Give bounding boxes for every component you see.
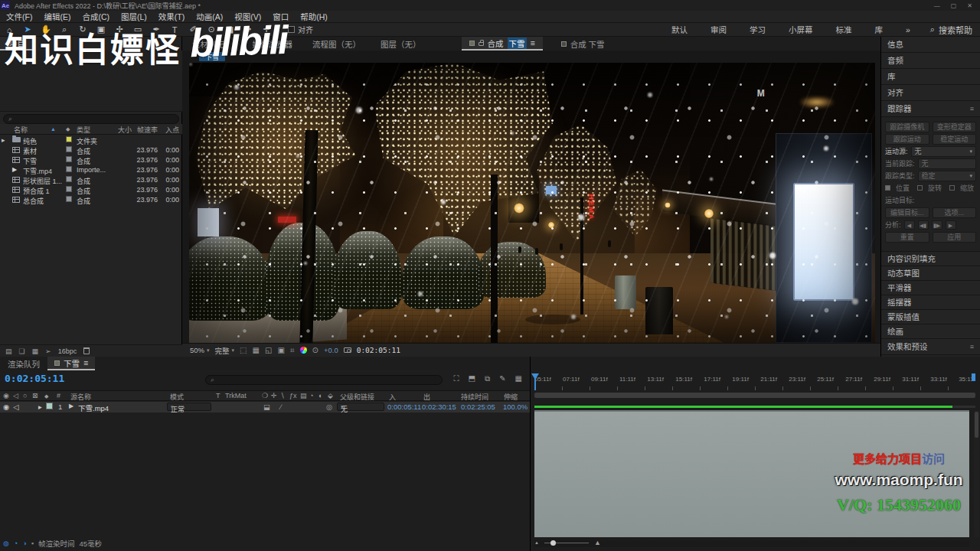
panel-menu-icon[interactable]: ≡ bbox=[531, 38, 535, 47]
clone-stamp-tool-icon[interactable]: ⊙ bbox=[202, 24, 220, 34]
switch-frame-blend-icon[interactable]: ▤ bbox=[300, 392, 307, 399]
time-ruler[interactable]: 05:11f 07:11f 09:11f 11:11f 13:11f 15:11… bbox=[534, 373, 975, 390]
project-row-sucai[interactable]: 素材 合成 23.976 0:00 bbox=[0, 145, 182, 155]
zoom-in-mountain-icon[interactable]: ▲ bbox=[594, 539, 601, 546]
status-icon[interactable]: ◑ bbox=[22, 540, 26, 547]
frame-blend-icon[interactable]: ✎ bbox=[499, 374, 505, 383]
workspace-overflow[interactable]: » bbox=[906, 25, 910, 34]
project-row-shape-layer[interactable]: 形状图层 1... 合成 23.976 0:00 bbox=[0, 175, 182, 185]
panel-wiggler[interactable]: 摇摆器 bbox=[881, 295, 980, 310]
panel-menu-icon[interactable]: ≡ bbox=[83, 358, 88, 367]
mode-column[interactable]: 模式 bbox=[170, 392, 184, 402]
layer-in-value[interactable]: 0:00:05:11 bbox=[387, 403, 421, 411]
label-chip[interactable] bbox=[66, 176, 72, 182]
layer-expander-icon[interactable]: ▸ bbox=[38, 403, 42, 411]
label-chip[interactable] bbox=[66, 186, 72, 192]
composition-viewport[interactable]: HEMA M bbox=[189, 63, 875, 343]
column-name[interactable]: 名称 bbox=[14, 125, 28, 135]
menu-file[interactable]: 文件(F) bbox=[6, 11, 32, 22]
tab-composition-active[interactable]: 合成 下雪 ≡ bbox=[462, 37, 543, 51]
tab-footage[interactable]: 素材（无） bbox=[182, 38, 243, 50]
stabilize-motion-button[interactable]: 稳定运动 bbox=[933, 134, 977, 145]
panel-libraries[interactable]: 库 bbox=[881, 69, 980, 85]
edit-target-button[interactable]: 编辑目标... bbox=[885, 207, 929, 218]
tab-flowchart[interactable]: 流程图（无） bbox=[302, 38, 371, 50]
warp-stabilizer-button[interactable]: 变形稳定器 bbox=[933, 122, 977, 132]
selection-tool-icon[interactable]: ➤ bbox=[18, 24, 37, 34]
orbit-tool-icon[interactable]: ↻ bbox=[74, 24, 92, 34]
home-tool-icon[interactable]: ⌂ bbox=[0, 25, 18, 34]
scrollbar-thumb[interactable] bbox=[975, 412, 978, 438]
eraser-tool-icon[interactable]: ◪ bbox=[220, 24, 239, 34]
new-folder-icon[interactable]: ❏ bbox=[19, 347, 25, 355]
work-area-bar[interactable] bbox=[534, 393, 975, 398]
puppet-tool-icon[interactable]: ✛ bbox=[257, 24, 276, 34]
audio-column-icon[interactable]: ◁ bbox=[13, 392, 18, 399]
workspace-standard[interactable]: 标准 bbox=[835, 24, 851, 35]
menu-composition[interactable]: 合成(C) bbox=[82, 11, 109, 22]
work-area-end-marker[interactable] bbox=[972, 373, 975, 381]
zoom-out-mountain-icon[interactable]: ▲ bbox=[534, 540, 539, 545]
timeline-zoom-slider[interactable]: ▲ ▲ bbox=[534, 539, 601, 546]
project-row-solids[interactable]: ▸ 纯色 文件夹 bbox=[0, 135, 182, 145]
workspace-learn[interactable]: 学习 bbox=[750, 24, 766, 35]
transparency-grid-icon[interactable]: ▣ bbox=[277, 346, 284, 354]
panel-info[interactable]: 信息 bbox=[881, 37, 980, 53]
column-in[interactable]: 入点 bbox=[159, 125, 179, 135]
source-name-column[interactable]: 源名称 bbox=[70, 392, 91, 402]
track-type-dropdown[interactable]: 稳定 ▾ bbox=[918, 171, 976, 181]
options-button[interactable]: 选项... bbox=[933, 207, 977, 218]
workspace-review[interactable]: 审阅 bbox=[710, 24, 727, 35]
panel-menu-icon[interactable]: ≡ bbox=[970, 339, 974, 354]
tab-media-browser[interactable]: 媒体浏览器 bbox=[243, 38, 303, 50]
trash-icon[interactable] bbox=[83, 347, 90, 354]
layer-source-name[interactable]: 下雪.mp4 bbox=[78, 403, 109, 413]
switch-shy-icon[interactable]: ❍ bbox=[262, 392, 268, 399]
out-column[interactable]: 出 bbox=[423, 392, 430, 402]
interpret-footage-icon[interactable]: ▤ bbox=[5, 347, 12, 355]
timeline-layer-row[interactable]: ◉ ◁ ▸ 1 ▶ 下雪.mp4 正常 ▾ ⬓ ∕ ◎ 无 ▾ 0:00:05:… bbox=[0, 402, 530, 412]
region-of-interest-icon[interactable]: ◱ bbox=[265, 346, 272, 354]
maximize-button[interactable]: ▢ bbox=[951, 2, 957, 9]
graph-editor-icon[interactable]: ▦ bbox=[515, 374, 522, 383]
panel-effects-presets[interactable]: 效果和预设 ≡ bbox=[881, 339, 980, 355]
zoom-slider-knob[interactable] bbox=[550, 540, 556, 546]
column-type[interactable]: 类型 bbox=[77, 125, 90, 135]
analyze-one-back-icon[interactable]: ◀▮ bbox=[918, 220, 929, 230]
shape-tool-icon[interactable]: ▭ bbox=[129, 24, 147, 34]
label-chip[interactable] bbox=[66, 166, 72, 172]
analyze-one-forward-icon[interactable]: ▮▶ bbox=[932, 220, 942, 230]
panel-paint[interactable]: 绘画 bbox=[881, 324, 980, 339]
layer-out-value[interactable]: 0:02:30:15 bbox=[422, 403, 456, 411]
pen-tool-icon[interactable]: ✒ bbox=[147, 24, 165, 34]
pick-whip-icon[interactable]: ◎ bbox=[326, 403, 332, 411]
track-camera-button[interactable]: 跟踪摄像机 bbox=[885, 122, 929, 132]
panel-smoother[interactable]: 平滑器 bbox=[881, 281, 980, 295]
timeline-track-area[interactable] bbox=[534, 410, 969, 537]
panel-align[interactable]: 对齐 bbox=[881, 85, 980, 101]
t-column[interactable]: T bbox=[216, 392, 220, 399]
label-chip[interactable] bbox=[66, 146, 72, 152]
menu-help[interactable]: 帮助(H) bbox=[300, 11, 328, 22]
draft-3d-icon[interactable]: ⬒ bbox=[469, 374, 475, 383]
bit-depth-button[interactable]: 16bpc bbox=[58, 347, 77, 355]
layer-mode-dropdown[interactable]: 正常 ▾ bbox=[167, 403, 211, 411]
vertical-scrollbar[interactable] bbox=[974, 410, 979, 537]
panel-menu-icon[interactable]: ≡ bbox=[970, 101, 974, 116]
zoom-tool-icon[interactable]: ⌕ bbox=[55, 24, 74, 34]
lock-icon[interactable] bbox=[479, 42, 484, 46]
track-motion-button[interactable]: 跟踪运动 bbox=[885, 134, 929, 145]
apply-button[interactable]: 应用 bbox=[933, 232, 977, 243]
camera-tool-icon[interactable]: ▣ bbox=[92, 24, 110, 34]
in-column[interactable]: 入 bbox=[389, 392, 396, 402]
switch-collapse-icon[interactable]: ✛ bbox=[271, 392, 277, 399]
panel-tracker[interactable]: 跟踪器 ≡ bbox=[881, 101, 980, 117]
menu-edit[interactable]: 编辑(E) bbox=[44, 11, 70, 22]
type-tool-icon[interactable]: T bbox=[165, 25, 184, 34]
tab-composition-2[interactable]: 合成 下雪 bbox=[554, 37, 612, 51]
stretch-column[interactable]: 伸缩 bbox=[504, 392, 518, 402]
grid-options-icon[interactable]: ⬚ bbox=[240, 346, 247, 354]
menu-animation[interactable]: 动画(A) bbox=[196, 11, 223, 22]
status-icon[interactable]: ▪ bbox=[31, 540, 34, 547]
switch-adjustment-icon[interactable]: ◐ bbox=[318, 392, 322, 399]
